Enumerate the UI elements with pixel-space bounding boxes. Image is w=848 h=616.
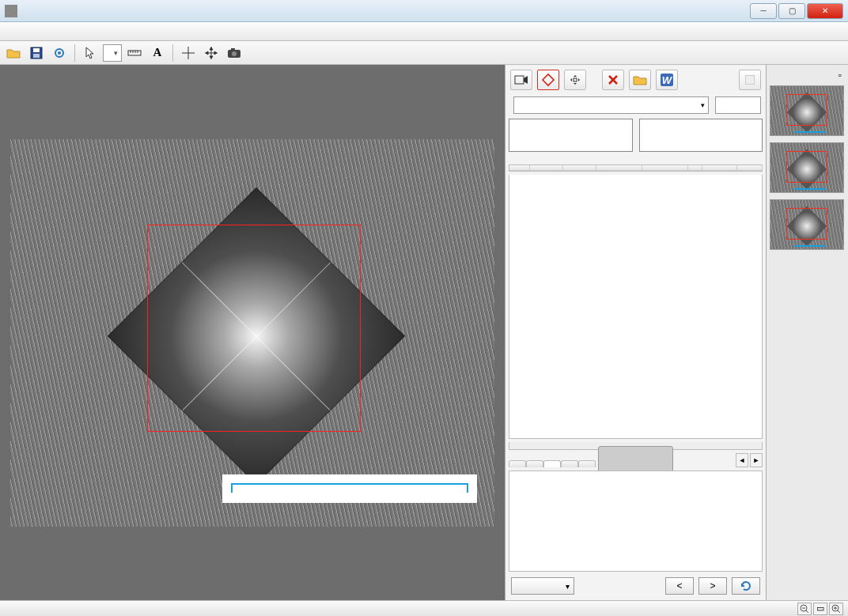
menu-geometry[interactable] (82, 29, 98, 34)
tab-prev[interactable]: ◄ (736, 453, 748, 467)
minimize-button[interactable]: ─ (750, 3, 777, 19)
svg-rect-1 (33, 48, 40, 52)
save-button[interactable] (26, 43, 47, 62)
menubar (0, 22, 848, 41)
delete-button[interactable] (602, 70, 624, 90)
move-tool[interactable] (201, 43, 221, 62)
app-icon (5, 5, 17, 17)
svg-rect-11 (574, 78, 577, 81)
zoom-out-button[interactable] (797, 603, 812, 615)
chart-axis-combo[interactable] (511, 577, 574, 595)
text-tool[interactable]: A (147, 43, 168, 62)
chart-next-button[interactable]: > (698, 577, 727, 595)
tab-hardening-curve[interactable] (543, 460, 561, 467)
svg-point-8 (232, 51, 237, 56)
tab-convert[interactable] (561, 460, 578, 467)
menu-view[interactable] (19, 29, 35, 34)
menu-file[interactable] (3, 29, 19, 34)
svg-rect-9 (515, 76, 524, 84)
part-name-combo[interactable] (513, 96, 709, 114)
tab-settings[interactable] (526, 460, 543, 467)
menu-calibrate[interactable] (51, 29, 66, 34)
toolbar: A (0, 41, 848, 65)
settings-button[interactable] (49, 43, 70, 62)
titlebar: ─ ▢ ✕ (0, 0, 848, 22)
hardness-scale (639, 119, 763, 152)
open-file-button[interactable] (629, 70, 651, 90)
menu-preprocess[interactable] (35, 29, 51, 34)
menu-help[interactable] (114, 29, 130, 34)
menu-capture[interactable] (66, 29, 82, 34)
stop-button[interactable] (739, 70, 761, 90)
zoom-fit-button[interactable]: ▭ (813, 603, 827, 615)
close-button[interactable]: ✕ (807, 3, 843, 19)
tab-test-params[interactable] (578, 460, 596, 467)
results-table (509, 164, 763, 172)
specimen-image[interactable] (10, 139, 494, 527)
pointer-tool[interactable] (80, 43, 100, 62)
svg-rect-14 (745, 75, 755, 85)
zoom-combo[interactable] (103, 44, 122, 62)
tab-stats[interactable] (509, 460, 526, 467)
image-viewport[interactable] (0, 65, 505, 600)
tab-next[interactable]: ► (750, 453, 763, 467)
zoom-in-button[interactable] (829, 603, 843, 615)
expand-button[interactable] (564, 70, 586, 90)
word-export-button[interactable]: W (656, 70, 678, 90)
album-thumb-2[interactable] (770, 142, 844, 193)
camera-button[interactable] (224, 43, 244, 62)
svg-rect-7 (231, 48, 235, 51)
svg-text:W: W (662, 74, 673, 86)
album-thumb-1[interactable] (770, 85, 844, 136)
indent-detect-button[interactable] (537, 70, 559, 90)
table-scrollbar[interactable] (509, 442, 763, 450)
svg-rect-5 (128, 51, 141, 55)
menu-vickers[interactable] (98, 29, 114, 34)
chart-refresh-button[interactable] (732, 577, 760, 595)
results-title (509, 155, 763, 161)
svg-rect-10 (543, 74, 554, 85)
hardening-curve-chart (509, 471, 763, 572)
video-button[interactable] (510, 70, 532, 90)
svg-rect-2 (33, 54, 40, 58)
scale-bar (222, 474, 477, 503)
album-panel: ▫ (766, 65, 848, 600)
chart-prev-button[interactable]: < (665, 577, 694, 595)
crosshair-tool[interactable] (178, 43, 199, 62)
ruler-tool[interactable] (124, 43, 145, 62)
measure-roi[interactable] (147, 225, 361, 432)
statusbar: ▭ (0, 600, 848, 616)
svg-point-4 (58, 51, 61, 55)
maximize-button[interactable]: ▢ (778, 3, 805, 19)
open-button[interactable] (3, 43, 24, 62)
measurement-panel: W (505, 65, 766, 600)
album-thumb-3[interactable] (770, 199, 844, 250)
hardness-value (509, 119, 633, 152)
album-pin-icon[interactable]: ▫ (839, 70, 842, 81)
part-no-input[interactable] (715, 96, 761, 114)
